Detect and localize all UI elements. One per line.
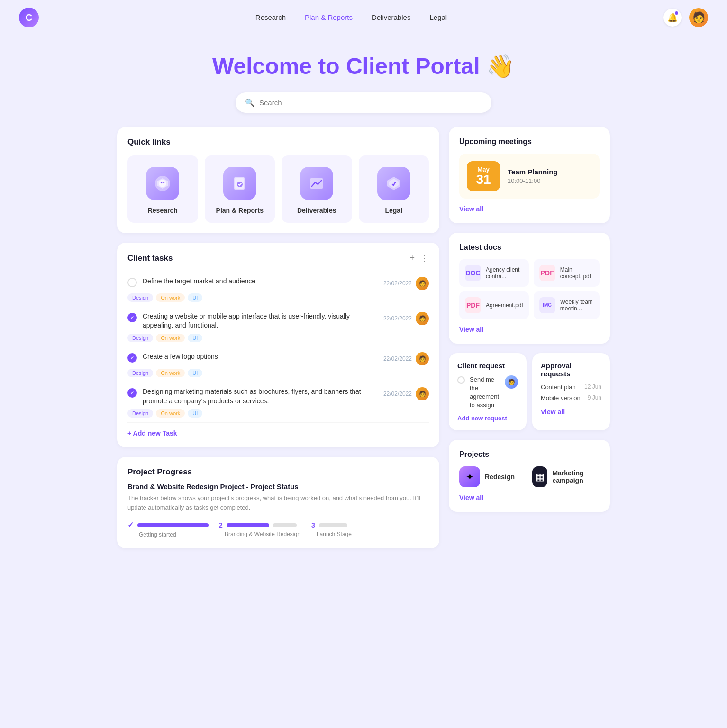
meeting-title: Team Planning — [508, 168, 558, 176]
deliverables-icon — [300, 167, 333, 200]
deliverables-label: Deliverables — [297, 207, 336, 214]
tag: Design — [127, 369, 153, 377]
left-column: Quick links Research — [117, 127, 439, 548]
project-item[interactable]: ▦ Marketing campaign — [532, 466, 600, 487]
plan-reports-label: Plan & Reports — [216, 207, 264, 214]
meeting-time: 10:00-11:00 — [508, 177, 558, 184]
tasks-menu-icon[interactable]: ⋮ — [420, 253, 429, 264]
quick-link-plan-reports[interactable]: Plan & Reports — [205, 155, 275, 223]
tag: On work — [156, 409, 185, 418]
stage2-label: Branding & Website Redesign — [215, 531, 300, 537]
task-text: Designing marketing materials such as br… — [143, 387, 378, 406]
approval-date: 12 Jun — [584, 383, 601, 390]
request-radio[interactable] — [457, 376, 465, 384]
doc-item[interactable]: PDF Agreement.pdf — [459, 291, 529, 319]
right-column: Upcoming meetings May 31 Team Planning 1… — [449, 127, 610, 548]
nav-research[interactable]: Research — [255, 13, 286, 21]
task-checkbox-done[interactable]: ✓ — [127, 353, 137, 363]
project-name: Redesign — [485, 473, 515, 481]
task-checkbox-done[interactable]: ✓ — [127, 313, 137, 322]
approvals-view-all[interactable]: View all — [541, 408, 601, 416]
client-request-heading: Client request — [457, 362, 518, 370]
progress-stages-row: ✓ Getting started 2 Branding & Website R… — [127, 520, 429, 538]
project-item[interactable]: ✦ Redesign — [459, 466, 527, 487]
stage2-num: 2 — [219, 521, 223, 529]
doc-item[interactable]: PDF Main concept. pdf — [534, 259, 600, 287]
approval-item: Mobile version 9 Jun — [541, 394, 601, 401]
tasks-actions: + ⋮ — [409, 253, 429, 264]
doc-name: Main concept. pdf — [560, 266, 594, 280]
approval-date: 9 Jun — [588, 394, 601, 401]
stage2-bar-empty — [273, 523, 297, 527]
task-tags: Design On work UI — [127, 334, 429, 342]
hero-section: Welcome to Client Portal 👋 🔍 — [0, 35, 727, 127]
tag: UI — [188, 409, 202, 418]
nav-plan-reports[interactable]: Plan & Reports — [305, 13, 353, 21]
doc-icon: IMG — [539, 297, 555, 313]
task-avatar: 🧑 — [416, 277, 429, 290]
task-checkbox-done[interactable]: ✓ — [127, 388, 137, 398]
task-meta: 22/02/2022 🧑 — [383, 277, 429, 290]
tasks-header: Client tasks + ⋮ — [127, 253, 429, 264]
quick-links-grid: Research Plan & Reports — [127, 155, 429, 223]
tag-design: Design — [127, 293, 153, 302]
approval-name: Mobile version — [541, 394, 581, 401]
tag: On work — [156, 369, 185, 377]
add-request-button[interactable]: Add new request — [457, 415, 518, 422]
stage3-num: 3 — [311, 521, 315, 529]
tag-on-work: On work — [156, 293, 185, 302]
add-task-button[interactable]: + Add new Task — [127, 429, 429, 437]
stage-launch: 3 Launch Stage — [307, 521, 352, 537]
plan-reports-icon — [223, 167, 256, 200]
task-item: ✓ Creating a website or mobile app inter… — [127, 307, 429, 347]
bottom-row: Client request Send me the agreement to … — [449, 353, 610, 430]
project-progress-card: Project Progress Brand & Website Redesig… — [117, 457, 439, 548]
task-item: ✓ Create a few logo options 22/02/2022 🧑… — [127, 347, 429, 382]
meetings-view-all[interactable]: View all — [459, 205, 600, 213]
task-tags: Design On work UI — [127, 409, 429, 418]
task-avatar: 🧑 — [416, 312, 429, 325]
meeting-item: May 31 Team Planning 10:00-11:00 — [459, 154, 600, 199]
stage-branding: 2 Branding & Website Redesign — [215, 521, 300, 537]
notification-bell[interactable]: 🔔 — [663, 9, 682, 27]
tag: UI — [188, 369, 202, 377]
stage1-bar — [137, 523, 209, 527]
docs-heading: Latest docs — [459, 243, 600, 252]
task-item: Define the target market and audience 22… — [127, 272, 429, 307]
progress-title: Brand & Website Redesign Project - Proje… — [127, 482, 429, 491]
logo[interactable]: C — [19, 8, 39, 27]
meetings-heading: Upcoming meetings — [459, 137, 600, 146]
add-task-icon[interactable]: + — [409, 253, 415, 263]
projects-view-all[interactable]: View all — [459, 494, 600, 501]
approval-item: Content plan 12 Jun — [541, 383, 601, 391]
task-date: 22/02/2022 — [383, 355, 412, 362]
approval-requests-card: Approval requests Content plan 12 Jun Mo… — [532, 353, 610, 430]
task-date: 22/02/2022 — [383, 315, 412, 322]
requester-avatar: 🧑 — [505, 375, 518, 389]
task-tags: Design On work UI — [127, 293, 429, 302]
request-text: Send me the agreement to assign — [470, 375, 500, 410]
doc-item[interactable]: DOC Agency client contra... — [459, 259, 529, 287]
task-text: Creating a website or mobile app interfa… — [143, 312, 378, 330]
nav-legal[interactable]: Legal — [429, 13, 447, 21]
legal-icon — [377, 167, 410, 200]
user-avatar[interactable]: 🧑 — [689, 8, 708, 27]
quick-link-legal[interactable]: Legal — [359, 155, 429, 223]
quick-link-research[interactable]: Research — [127, 155, 198, 223]
navbar: C Research Plan & Reports Deliverables L… — [0, 0, 727, 35]
meeting-date: May 31 — [467, 161, 500, 191]
task-checkbox[interactable] — [127, 278, 137, 287]
search-bar[interactable]: 🔍 — [236, 92, 491, 113]
stage-getting-started: ✓ Getting started — [127, 520, 209, 538]
task-meta: 22/02/2022 🧑 — [383, 387, 429, 400]
nav-deliverables[interactable]: Deliverables — [372, 13, 411, 21]
task-date: 22/02/2022 — [383, 391, 412, 397]
projects-heading: Projects — [459, 450, 600, 459]
task-date: 22/02/2022 — [383, 280, 412, 287]
doc-item[interactable]: IMG Weekly team meetin... — [534, 291, 600, 319]
meeting-info: Team Planning 10:00-11:00 — [508, 168, 558, 184]
search-input[interactable] — [259, 99, 482, 107]
stage1-check-icon: ✓ — [127, 520, 134, 529]
quick-link-deliverables[interactable]: Deliverables — [282, 155, 352, 223]
docs-view-all[interactable]: View all — [459, 326, 600, 333]
